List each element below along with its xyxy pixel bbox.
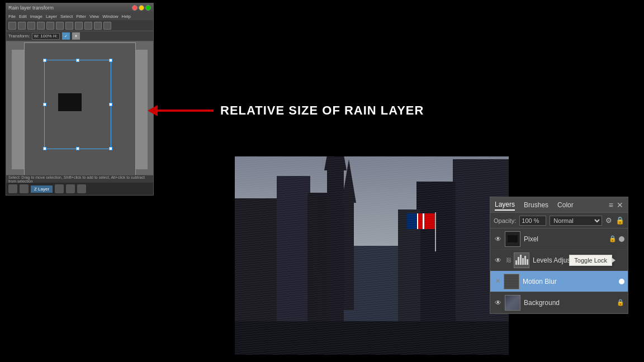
flag-pole bbox=[435, 212, 436, 251]
layers-header-icons: ≡ ✕ bbox=[609, 201, 623, 209]
layer-row-motionblur[interactable]: ✕ Motion Blur bbox=[490, 271, 628, 292]
layer-thumb-pixel bbox=[505, 231, 520, 247]
layer-visibility-background[interactable]: 👁 bbox=[494, 298, 503, 307]
menu-filter[interactable]: Filter bbox=[76, 14, 86, 19]
flag-canton bbox=[407, 213, 417, 229]
levels-bar-5 bbox=[524, 256, 526, 265]
rain-arrow bbox=[148, 105, 214, 116]
menu-image[interactable]: Image bbox=[30, 14, 42, 19]
opacity-label: Opacity: bbox=[494, 217, 516, 224]
layer-name-background: Background bbox=[524, 299, 614, 307]
handle-middle-left[interactable] bbox=[43, 103, 46, 106]
tool-lasso[interactable] bbox=[27, 22, 35, 30]
flag-body bbox=[407, 213, 435, 229]
tab-layers[interactable]: Layers bbox=[495, 199, 515, 211]
layer-lock-background[interactable]: 🔒 bbox=[617, 299, 624, 306]
handle-bottom-left[interactable] bbox=[43, 147, 46, 150]
layers-tabs: Layers Brushes Color bbox=[495, 199, 574, 211]
layer-row-levels[interactable]: 👁 ⛓ Levels Adjustme Toggle Lock bbox=[490, 250, 628, 271]
maximize-window-btn[interactable] bbox=[145, 5, 151, 11]
cancel-transform-btn[interactable]: ✕ bbox=[72, 32, 80, 40]
taskbar-icon-3 bbox=[55, 184, 64, 193]
confirm-transform-btn[interactable]: ✓ bbox=[62, 32, 70, 40]
layers-menu-icon[interactable]: ≡ bbox=[609, 201, 613, 209]
blend-mode-select[interactable]: Normal Multiply Screen Overlay bbox=[550, 216, 602, 226]
levels-bar-2 bbox=[518, 257, 519, 265]
layer-thumb-levels bbox=[514, 253, 529, 268]
tab-color[interactable]: Color bbox=[557, 200, 574, 210]
mb-thumb-lines bbox=[504, 274, 519, 289]
taskbar-icon-4 bbox=[66, 184, 75, 193]
menu-select[interactable]: Select bbox=[60, 14, 73, 19]
church-spire-secondary bbox=[344, 198, 354, 310]
layer-lock-pixel[interactable]: 🔒 bbox=[609, 235, 617, 242]
tool-select[interactable] bbox=[18, 22, 26, 30]
handle-top-center[interactable] bbox=[76, 59, 79, 62]
layers-close-icon[interactable]: ✕ bbox=[617, 201, 623, 209]
bg-thumb-img bbox=[505, 296, 520, 310]
options-input[interactable] bbox=[32, 33, 60, 40]
ps-canvas-area bbox=[6, 41, 153, 175]
tool-eraser[interactable] bbox=[65, 22, 73, 30]
ps-taskbar: Z Layer bbox=[6, 183, 153, 195]
opacity-input[interactable] bbox=[519, 216, 546, 226]
tool-gradient[interactable] bbox=[75, 22, 83, 30]
menu-view[interactable]: View bbox=[89, 14, 99, 19]
tool-clone[interactable] bbox=[56, 22, 64, 30]
ps-menubar: File Edit Image Layer Select Filter View… bbox=[6, 12, 153, 20]
minimize-window-btn[interactable] bbox=[139, 5, 144, 11]
layers-panel-header: Layers Brushes Color ≡ ✕ bbox=[490, 197, 628, 213]
layers-panel: Layers Brushes Color ≡ ✕ Opacity: Normal… bbox=[490, 197, 628, 314]
menu-edit[interactable]: Edit bbox=[19, 14, 27, 19]
handle-bottom-right[interactable] bbox=[109, 147, 112, 150]
menu-layer[interactable]: Layer bbox=[46, 14, 57, 19]
handle-top-left[interactable] bbox=[43, 59, 46, 62]
close-window-btn[interactable] bbox=[132, 5, 138, 11]
levels-bar-3 bbox=[520, 255, 522, 265]
transform-selection-box[interactable] bbox=[44, 60, 111, 149]
tool-crop[interactable] bbox=[37, 22, 45, 30]
layer-type-dot-pixel bbox=[619, 236, 624, 242]
layer-visibility-pixel[interactable]: 👁 bbox=[494, 235, 503, 244]
menu-help[interactable]: Help bbox=[122, 14, 131, 19]
rain-label-text: RELATIVE SIZE OF RAIN LAYER bbox=[220, 103, 424, 118]
ps-window: Rain layer transform File Edit Image Lay… bbox=[6, 3, 154, 196]
arrow-line bbox=[158, 109, 214, 112]
ps-options-bar: Transform: ✓ ✕ bbox=[6, 31, 153, 41]
layers-lock-icon[interactable]: 🔒 bbox=[615, 216, 624, 225]
tool-brush[interactable] bbox=[46, 22, 54, 30]
photo-buildings bbox=[235, 156, 509, 355]
levels-bar-4 bbox=[522, 258, 524, 265]
tool-shapes[interactable] bbox=[94, 22, 102, 30]
tool-move[interactable] bbox=[8, 22, 16, 30]
handle-middle-right[interactable] bbox=[109, 103, 112, 106]
layer-thumb-motionblur bbox=[504, 274, 519, 289]
options-label: Transform: bbox=[8, 34, 30, 39]
handle-bottom-center[interactable] bbox=[76, 147, 79, 150]
flag bbox=[397, 212, 436, 235]
ps-statusbar: Select: Drag to move selection, Shift+cl… bbox=[6, 175, 153, 183]
tab-brushes[interactable]: Brushes bbox=[524, 200, 548, 210]
layer-x-motionblur[interactable]: ✕ bbox=[494, 278, 501, 285]
taskbar-layer-btn[interactable]: Z Layer bbox=[31, 185, 53, 193]
ps-status-text: Select: Drag to move selection, Shift+cl… bbox=[8, 175, 151, 183]
layer-chain-levels[interactable]: ⛓ bbox=[505, 256, 513, 264]
tool-zoom[interactable] bbox=[103, 22, 111, 30]
layers-gear-icon[interactable]: ⚙ bbox=[605, 216, 612, 225]
handle-top-right[interactable] bbox=[109, 59, 112, 62]
ps-canvas-inner bbox=[12, 50, 148, 169]
layer-row-pixel[interactable]: 👁 Pixel 🔒 bbox=[490, 228, 628, 250]
taskbar-icon-5 bbox=[77, 184, 86, 193]
menu-window[interactable]: Window bbox=[102, 14, 118, 19]
taskbar-icon bbox=[8, 184, 17, 193]
tool-text[interactable] bbox=[84, 22, 92, 30]
ps-title: Rain layer transform bbox=[8, 5, 54, 11]
menu-file[interactable]: File bbox=[8, 14, 16, 19]
layer-row-background[interactable]: 👁 Background 🔒 bbox=[490, 292, 628, 313]
ps-canvas bbox=[24, 42, 136, 175]
ps-window-controls bbox=[132, 5, 151, 11]
levels-bars bbox=[514, 255, 529, 266]
layer-visibility-levels[interactable]: 👁 bbox=[494, 256, 503, 265]
layer-type-dot-motionblur bbox=[619, 279, 624, 284]
arrow-head-icon bbox=[148, 105, 158, 116]
